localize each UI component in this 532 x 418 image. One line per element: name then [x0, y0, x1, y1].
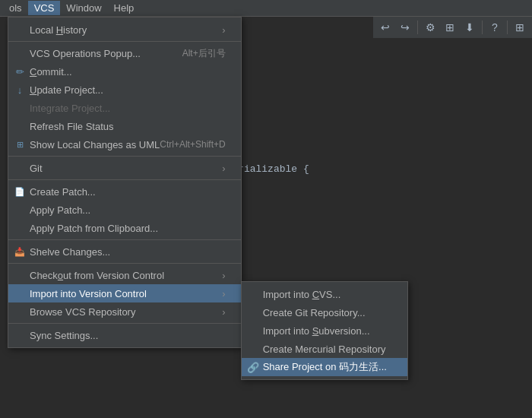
menu-item-label: Show Local Changes as UML	[30, 139, 160, 150]
arrow-icon: ›	[222, 306, 225, 318]
menu-item-label: Import into Subversion...	[263, 325, 370, 337]
menu-item-apply-patch[interactable]: Apply Patch...	[8, 201, 241, 219]
arrow-icon: ›	[222, 24, 225, 36]
menu-separator	[8, 156, 241, 157]
menu-item-label: Git	[30, 163, 43, 174]
menu-item-commit[interactable]: ✏ Commit...	[8, 62, 241, 81]
shortcut-label: Ctrl+Alt+Shift+D	[160, 139, 225, 150]
menu-item-label: Create Git Repository...	[263, 307, 366, 318]
menu-item-label: Shelve Changes...	[30, 246, 110, 258]
menu-item-create-patch[interactable]: 📄 Create Patch...	[8, 182, 241, 201]
uml-icon: ⊞	[13, 140, 27, 150]
layout-button[interactable]: ⊞	[511, 18, 529, 36]
import-submenu: Import into CVS... Create Git Repository…	[241, 281, 408, 380]
menu-item-label: Share Project on 码力生活...	[263, 360, 387, 374]
menubar-item-vcs[interactable]: VCS	[28, 1, 61, 15]
toolbar-separator	[482, 21, 483, 34]
share-icon: 🔗	[246, 362, 260, 373]
settings-button[interactable]: ⚙	[421, 18, 439, 36]
grid-button[interactable]: ⊞	[441, 18, 459, 36]
menu-item-apply-patch-clipboard[interactable]: Apply Patch from Clipboard...	[8, 219, 241, 237]
menu-item-label: Commit...	[30, 66, 72, 78]
menu-item-refresh[interactable]: Refresh File Status	[8, 117, 241, 135]
vcs-dropdown: Local History › VCS Operations Popup... …	[8, 17, 242, 348]
menu-separator	[8, 239, 241, 240]
submenu-item-import-svn[interactable]: Import into Subversion...	[242, 321, 407, 340]
menu-item-label: VCS Operations Popup...	[30, 48, 141, 59]
update-icon: ↓	[13, 84, 27, 96]
menu-item-checkout[interactable]: Checkout from Version Control ›	[8, 266, 241, 284]
menu-item-sync-settings[interactable]: Sync Settings...	[8, 326, 241, 344]
patch-icon: 📄	[13, 187, 27, 197]
main-area: annotation.IdType; annotation.TableField…	[0, 17, 532, 418]
toolbar: ↩ ↪ ⚙ ⊞ ⬇ ? ⊞	[373, 17, 532, 38]
submenu-item-import-cvs[interactable]: Import into CVS...	[242, 285, 407, 303]
submenu-item-create-mercurial[interactable]: Create Mercurial Repository	[242, 340, 407, 358]
menu-item-update[interactable]: ↓ Update Project...	[8, 81, 241, 99]
menu-item-label: Update Project...	[30, 84, 103, 96]
menu-item-vcs-popup[interactable]: VCS Operations Popup... Alt+后引号	[8, 44, 241, 62]
menu-item-browse-vcs[interactable]: Browse VCS Repository ›	[8, 302, 241, 321]
commit-icon: ✏	[13, 66, 27, 78]
vcs-menu: Local History › VCS Operations Popup... …	[8, 17, 242, 348]
menu-item-label: Refresh File Status	[30, 121, 114, 132]
menu-item-git[interactable]: Git ›	[8, 159, 241, 177]
menu-item-label: Sync Settings...	[30, 330, 98, 341]
help-button[interactable]: ?	[486, 18, 504, 36]
menu-item-label: Apply Patch from Clipboard...	[30, 223, 158, 234]
menu-separator	[8, 179, 241, 180]
menu-item-label: Checkout from Version Control	[30, 270, 164, 281]
menu-item-local-history[interactable]: Local History ›	[8, 21, 241, 39]
arrow-icon: ›	[222, 163, 225, 174]
menu-separator	[8, 41, 241, 42]
menubar-item-ols[interactable]: ols	[3, 1, 28, 15]
menu-item-label: Create Mercurial Repository	[263, 344, 386, 355]
menu-item-import-vc[interactable]: Import into Version Control › Import int…	[8, 284, 241, 302]
toolbar-separator	[417, 21, 418, 34]
arrow-icon: ›	[222, 270, 225, 281]
menu-item-label: Import into Version Control	[30, 288, 147, 299]
menu-item-label: Create Patch...	[30, 186, 96, 198]
menu-bar: ols VCS Window Help	[0, 0, 532, 17]
menubar-item-help[interactable]: Help	[108, 1, 141, 15]
menu-item-label: Import into CVS...	[263, 289, 341, 300]
menu-item-label: Local History	[30, 24, 87, 36]
redo-button[interactable]: ↪	[396, 18, 414, 36]
toolbar-separator	[507, 21, 508, 34]
menu-item-show-local[interactable]: ⊞ Show Local Changes as UML Ctrl+Alt+Shi…	[8, 135, 241, 154]
shortcut-label: Alt+后引号	[182, 47, 226, 60]
menu-separator	[8, 263, 241, 264]
submenu-item-share-project[interactable]: 🔗 Share Project on 码力生活...	[242, 358, 407, 376]
undo-button[interactable]: ↩	[376, 18, 394, 36]
shelve-icon: 📥	[13, 247, 27, 257]
menu-item-label: Apply Patch...	[30, 204, 90, 216]
menu-item-integrate: Integrate Project...	[8, 99, 241, 117]
submenu-item-create-git[interactable]: Create Git Repository...	[242, 303, 407, 321]
menu-item-label: Browse VCS Repository	[30, 306, 135, 318]
menubar-item-window[interactable]: Window	[60, 1, 107, 15]
menu-item-shelve[interactable]: 📥 Shelve Changes...	[8, 242, 241, 261]
arrow-icon: ›	[222, 288, 225, 299]
download-button[interactable]: ⬇	[461, 18, 479, 36]
menu-item-label: Integrate Project...	[30, 103, 110, 114]
menu-separator	[8, 323, 241, 324]
